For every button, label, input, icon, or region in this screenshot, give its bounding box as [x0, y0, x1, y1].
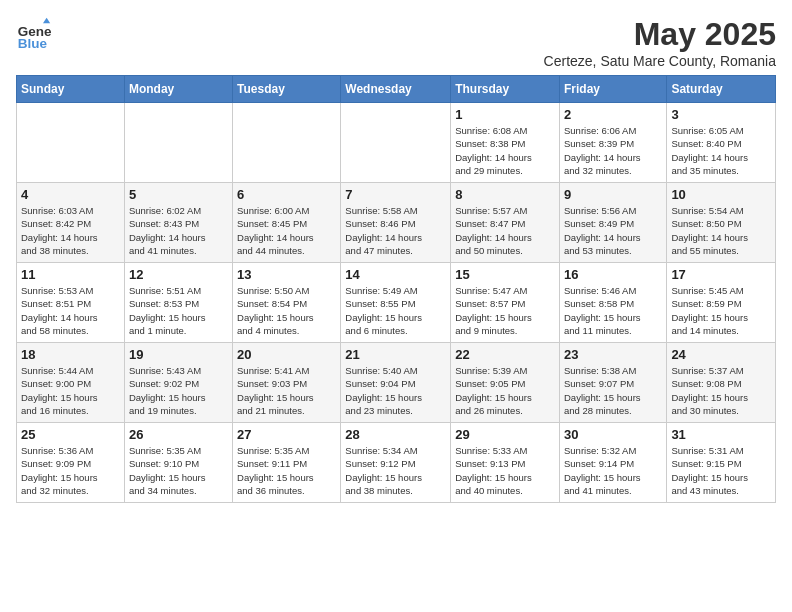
calendar-cell: 2Sunrise: 6:06 AMSunset: 8:39 PMDaylight… [559, 103, 666, 183]
day-number: 27 [237, 427, 336, 442]
day-content: Sunrise: 5:58 AMSunset: 8:46 PMDaylight:… [345, 204, 446, 257]
calendar-cell: 31Sunrise: 5:31 AMSunset: 9:15 PMDayligh… [667, 423, 776, 503]
day-number: 30 [564, 427, 662, 442]
weekday-header-row: SundayMondayTuesdayWednesdayThursdayFrid… [17, 76, 776, 103]
calendar-cell: 30Sunrise: 5:32 AMSunset: 9:14 PMDayligh… [559, 423, 666, 503]
day-content: Sunrise: 5:34 AMSunset: 9:12 PMDaylight:… [345, 444, 446, 497]
calendar-cell: 27Sunrise: 5:35 AMSunset: 9:11 PMDayligh… [233, 423, 341, 503]
day-content: Sunrise: 5:38 AMSunset: 9:07 PMDaylight:… [564, 364, 662, 417]
page-header: General Blue May 2025 Certeze, Satu Mare… [16, 16, 776, 69]
day-number: 21 [345, 347, 446, 362]
day-number: 28 [345, 427, 446, 442]
calendar-cell: 18Sunrise: 5:44 AMSunset: 9:00 PMDayligh… [17, 343, 125, 423]
calendar-cell: 3Sunrise: 6:05 AMSunset: 8:40 PMDaylight… [667, 103, 776, 183]
calendar-cell: 20Sunrise: 5:41 AMSunset: 9:03 PMDayligh… [233, 343, 341, 423]
calendar-cell: 29Sunrise: 5:33 AMSunset: 9:13 PMDayligh… [451, 423, 560, 503]
day-number: 22 [455, 347, 555, 362]
day-content: Sunrise: 5:56 AMSunset: 8:49 PMDaylight:… [564, 204, 662, 257]
calendar-cell: 7Sunrise: 5:58 AMSunset: 8:46 PMDaylight… [341, 183, 451, 263]
day-content: Sunrise: 5:39 AMSunset: 9:05 PMDaylight:… [455, 364, 555, 417]
day-content: Sunrise: 5:47 AMSunset: 8:57 PMDaylight:… [455, 284, 555, 337]
calendar-week-row: 11Sunrise: 5:53 AMSunset: 8:51 PMDayligh… [17, 263, 776, 343]
calendar-cell: 1Sunrise: 6:08 AMSunset: 8:38 PMDaylight… [451, 103, 560, 183]
day-number: 14 [345, 267, 446, 282]
day-number: 15 [455, 267, 555, 282]
day-number: 24 [671, 347, 771, 362]
calendar-cell: 4Sunrise: 6:03 AMSunset: 8:42 PMDaylight… [17, 183, 125, 263]
svg-text:Blue: Blue [18, 36, 48, 51]
day-number: 29 [455, 427, 555, 442]
day-content: Sunrise: 5:53 AMSunset: 8:51 PMDaylight:… [21, 284, 120, 337]
calendar-cell: 16Sunrise: 5:46 AMSunset: 8:58 PMDayligh… [559, 263, 666, 343]
location-subtitle: Certeze, Satu Mare County, Romania [544, 53, 776, 69]
day-content: Sunrise: 6:05 AMSunset: 8:40 PMDaylight:… [671, 124, 771, 177]
day-content: Sunrise: 5:50 AMSunset: 8:54 PMDaylight:… [237, 284, 336, 337]
calendar-cell: 5Sunrise: 6:02 AMSunset: 8:43 PMDaylight… [124, 183, 232, 263]
calendar-week-row: 4Sunrise: 6:03 AMSunset: 8:42 PMDaylight… [17, 183, 776, 263]
day-number: 25 [21, 427, 120, 442]
day-number: 4 [21, 187, 120, 202]
day-number: 18 [21, 347, 120, 362]
calendar-cell: 14Sunrise: 5:49 AMSunset: 8:55 PMDayligh… [341, 263, 451, 343]
calendar-week-row: 1Sunrise: 6:08 AMSunset: 8:38 PMDaylight… [17, 103, 776, 183]
calendar-week-row: 25Sunrise: 5:36 AMSunset: 9:09 PMDayligh… [17, 423, 776, 503]
calendar-cell [17, 103, 125, 183]
calendar-week-row: 18Sunrise: 5:44 AMSunset: 9:00 PMDayligh… [17, 343, 776, 423]
day-content: Sunrise: 5:43 AMSunset: 9:02 PMDaylight:… [129, 364, 228, 417]
calendar-table: SundayMondayTuesdayWednesdayThursdayFrid… [16, 75, 776, 503]
day-content: Sunrise: 6:03 AMSunset: 8:42 PMDaylight:… [21, 204, 120, 257]
day-content: Sunrise: 5:41 AMSunset: 9:03 PMDaylight:… [237, 364, 336, 417]
weekday-header: Sunday [17, 76, 125, 103]
calendar-cell: 12Sunrise: 5:51 AMSunset: 8:53 PMDayligh… [124, 263, 232, 343]
calendar-cell: 22Sunrise: 5:39 AMSunset: 9:05 PMDayligh… [451, 343, 560, 423]
calendar-cell: 10Sunrise: 5:54 AMSunset: 8:50 PMDayligh… [667, 183, 776, 263]
day-number: 31 [671, 427, 771, 442]
calendar-cell: 26Sunrise: 5:35 AMSunset: 9:10 PMDayligh… [124, 423, 232, 503]
weekday-header: Monday [124, 76, 232, 103]
day-content: Sunrise: 6:02 AMSunset: 8:43 PMDaylight:… [129, 204, 228, 257]
day-number: 13 [237, 267, 336, 282]
day-content: Sunrise: 5:54 AMSunset: 8:50 PMDaylight:… [671, 204, 771, 257]
day-content: Sunrise: 6:06 AMSunset: 8:39 PMDaylight:… [564, 124, 662, 177]
day-content: Sunrise: 5:37 AMSunset: 9:08 PMDaylight:… [671, 364, 771, 417]
day-content: Sunrise: 5:45 AMSunset: 8:59 PMDaylight:… [671, 284, 771, 337]
day-content: Sunrise: 5:32 AMSunset: 9:14 PMDaylight:… [564, 444, 662, 497]
month-title: May 2025 [544, 16, 776, 53]
calendar-cell: 13Sunrise: 5:50 AMSunset: 8:54 PMDayligh… [233, 263, 341, 343]
calendar-cell: 25Sunrise: 5:36 AMSunset: 9:09 PMDayligh… [17, 423, 125, 503]
day-number: 11 [21, 267, 120, 282]
day-number: 23 [564, 347, 662, 362]
day-content: Sunrise: 5:36 AMSunset: 9:09 PMDaylight:… [21, 444, 120, 497]
day-content: Sunrise: 5:31 AMSunset: 9:15 PMDaylight:… [671, 444, 771, 497]
calendar-cell [124, 103, 232, 183]
calendar-cell: 8Sunrise: 5:57 AMSunset: 8:47 PMDaylight… [451, 183, 560, 263]
calendar-cell: 21Sunrise: 5:40 AMSunset: 9:04 PMDayligh… [341, 343, 451, 423]
calendar-cell: 6Sunrise: 6:00 AMSunset: 8:45 PMDaylight… [233, 183, 341, 263]
day-content: Sunrise: 5:46 AMSunset: 8:58 PMDaylight:… [564, 284, 662, 337]
day-number: 6 [237, 187, 336, 202]
day-number: 3 [671, 107, 771, 122]
title-block: May 2025 Certeze, Satu Mare County, Roma… [544, 16, 776, 69]
calendar-cell: 9Sunrise: 5:56 AMSunset: 8:49 PMDaylight… [559, 183, 666, 263]
day-content: Sunrise: 5:35 AMSunset: 9:11 PMDaylight:… [237, 444, 336, 497]
day-number: 9 [564, 187, 662, 202]
day-number: 16 [564, 267, 662, 282]
day-number: 19 [129, 347, 228, 362]
calendar-cell: 17Sunrise: 5:45 AMSunset: 8:59 PMDayligh… [667, 263, 776, 343]
weekday-header: Friday [559, 76, 666, 103]
day-content: Sunrise: 5:51 AMSunset: 8:53 PMDaylight:… [129, 284, 228, 337]
day-number: 26 [129, 427, 228, 442]
day-content: Sunrise: 5:35 AMSunset: 9:10 PMDaylight:… [129, 444, 228, 497]
day-content: Sunrise: 6:00 AMSunset: 8:45 PMDaylight:… [237, 204, 336, 257]
calendar-cell: 15Sunrise: 5:47 AMSunset: 8:57 PMDayligh… [451, 263, 560, 343]
day-number: 5 [129, 187, 228, 202]
calendar-cell: 19Sunrise: 5:43 AMSunset: 9:02 PMDayligh… [124, 343, 232, 423]
calendar-cell [233, 103, 341, 183]
day-content: Sunrise: 5:44 AMSunset: 9:00 PMDaylight:… [21, 364, 120, 417]
calendar-cell: 23Sunrise: 5:38 AMSunset: 9:07 PMDayligh… [559, 343, 666, 423]
calendar-cell [341, 103, 451, 183]
day-content: Sunrise: 5:57 AMSunset: 8:47 PMDaylight:… [455, 204, 555, 257]
day-number: 7 [345, 187, 446, 202]
weekday-header: Wednesday [341, 76, 451, 103]
day-content: Sunrise: 5:49 AMSunset: 8:55 PMDaylight:… [345, 284, 446, 337]
